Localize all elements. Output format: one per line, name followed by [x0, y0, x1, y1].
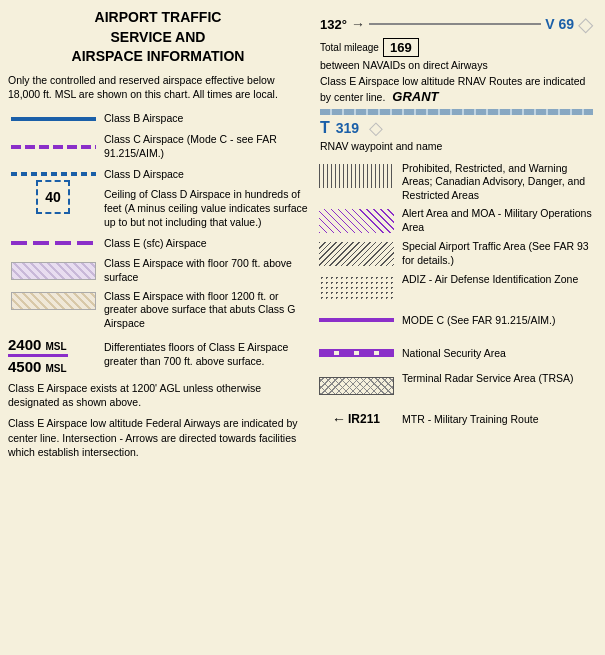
class-b-line: [11, 117, 96, 121]
bottom-text-1: Class E Airspace exists at 1200' AGL unl…: [8, 381, 308, 410]
right-panel: 132° → V 69 ◇ Total mileage 169 between …: [316, 8, 597, 647]
class-c-symbol: [8, 138, 98, 156]
class-b-desc: Class B Airspace: [104, 112, 308, 126]
msl-section: 2400 MSL 4500 MSL Differentiates floors …: [8, 336, 308, 375]
mtr-arrow-icon: ←: [332, 411, 346, 427]
class-e-sfc-symbol: [8, 234, 98, 252]
class-e-sfc-desc: Class E (sfc) Airspace: [104, 237, 308, 251]
special-item: Special Airport Traffic Area (See FAR 93…: [316, 240, 597, 268]
mtr-symbol: ← IR211: [316, 405, 396, 433]
natl-sec-line: [319, 349, 394, 357]
adiz-desc: ADIZ - Air Defense Identification Zone: [402, 273, 597, 287]
msl-desc: Differentiates floors of Class E Airspac…: [104, 341, 308, 368]
rnav-waypoint-label: RNAV waypoint and name: [320, 140, 593, 152]
class-d-ceiling-item: 40 Ceiling of Class D Airspace in hundre…: [8, 188, 308, 229]
class-d-ceiling-symbol: 40: [8, 188, 98, 206]
airways-arrow-icon: →: [351, 16, 365, 32]
class-e-700-item: Class E Airspace with floor 700 ft. abov…: [8, 257, 308, 284]
class-b-item: Class B Airspace: [8, 110, 308, 128]
natl-sec-desc: National Security Area: [402, 347, 597, 361]
rnav-number: 319: [336, 120, 359, 136]
mtr-id: IR211: [348, 412, 380, 426]
adiz-symbol: [316, 273, 396, 301]
airways-diamond-icon: ◇: [578, 12, 593, 36]
rnav-t-label: T: [320, 119, 330, 137]
trsa-pattern: [319, 377, 394, 395]
msl-label-bottom: MSL: [45, 363, 66, 374]
class-d-ceiling-desc: Ceiling of Class D Airspace in hundreds …: [104, 188, 308, 229]
class-e-1200-symbol: [8, 290, 98, 308]
rnav-waypoint-row: T 319 ◇: [320, 117, 593, 139]
mtr-desc: MTR - Military Training Route: [402, 413, 597, 427]
alert-desc: Alert Area and MOA - Military Operations…: [402, 207, 597, 234]
special-pattern: [319, 242, 394, 266]
modec-line: [319, 318, 394, 322]
grant-label: GRANT: [392, 89, 438, 104]
alert-item: Alert Area and MOA - Military Operations…: [316, 207, 597, 235]
airways-line: [369, 23, 541, 25]
class-e-1200-desc: Class E Airspace with floor 1200 ft. or …: [104, 290, 308, 331]
trsa-symbol: [316, 372, 396, 400]
natl-sec-item: National Security Area: [316, 339, 597, 367]
special-desc: Special Airport Traffic Area (See FAR 93…: [402, 240, 597, 267]
intro-text: Only the controlled and reserved airspac…: [8, 73, 308, 102]
bottom-text-2: Class E Airspace low altitude Federal Ai…: [8, 416, 308, 460]
modec-symbol: [316, 306, 396, 334]
class-c-desc: Class C Airspace (Mode C - see FAR 91.21…: [104, 133, 308, 160]
airways-v-label: V 69: [545, 16, 574, 32]
class-e-1200-pattern: [11, 292, 96, 310]
rnav-diamond-icon: ◇: [369, 117, 383, 139]
mtr-sym-container: ← IR211: [332, 411, 380, 427]
prohibited-symbol: [316, 162, 396, 190]
airways-section: 132° → V 69 ◇ Total mileage 169 between …: [316, 8, 597, 156]
msl-label-top: MSL: [45, 341, 66, 352]
class-e-700-desc: Class E Airspace with floor 700 ft. abov…: [104, 257, 308, 284]
modec-item: MODE C (See FAR 91.215/AIM.): [316, 306, 597, 334]
between-label: between NAVAIDs on direct Airways: [320, 59, 593, 71]
class-e-sfc-line: [11, 241, 96, 245]
special-symbol: [316, 240, 396, 268]
total-mileage-label: Total mileage: [320, 42, 379, 53]
trsa-item: Terminal Radar Service Area (TRSA): [316, 372, 597, 400]
class-b-symbol: [8, 110, 98, 128]
msl-4500: 4500: [8, 358, 41, 375]
class-e-1200-item: Class E Airspace with floor 1200 ft. or …: [8, 290, 308, 331]
class-c-item: Class C Airspace (Mode C - see FAR 91.21…: [8, 133, 308, 160]
left-panel: AIRPORT TRAFFIC SERVICE AND AIRSPACE INF…: [8, 8, 308, 647]
prohibited-pattern: [319, 164, 394, 188]
class-e-sfc-item: Class E (sfc) Airspace: [8, 234, 308, 252]
class-c-line: [11, 145, 96, 149]
prohibited-item: Prohibited, Restricted, and Warning Area…: [316, 162, 597, 203]
alert-pattern: [319, 209, 394, 233]
prohibited-desc: Prohibited, Restricted, and Warning Area…: [402, 162, 597, 203]
modec-desc: MODE C (See FAR 91.215/AIM.): [402, 314, 597, 328]
alert-symbol: [316, 207, 396, 235]
trsa-desc: Terminal Radar Service Area (TRSA): [402, 372, 597, 386]
page-title: AIRPORT TRAFFIC SERVICE AND AIRSPACE INF…: [8, 8, 308, 67]
class-d-box: 40: [36, 180, 70, 214]
adiz-item: ADIZ - Air Defense Identification Zone: [316, 273, 597, 301]
msl-line: [8, 354, 68, 357]
mileage-box: 169: [383, 38, 419, 57]
class-e-low-alt-text: Class E Airspace low altitude RNAV Route…: [320, 75, 593, 106]
mtr-item: ← IR211 MTR - Military Training Route: [316, 405, 597, 433]
class-d-line: [11, 172, 96, 176]
class-d-desc: Class D Airspace: [104, 168, 308, 182]
rnav-center-line: [320, 109, 593, 115]
class-e-700-pattern: [11, 262, 96, 280]
class-e-700-symbol: [8, 262, 98, 280]
msl-left: 2400 MSL 4500 MSL: [8, 336, 98, 375]
adiz-pattern: [319, 275, 394, 299]
airways-heading: 132°: [320, 17, 347, 32]
natl-sec-symbol: [316, 339, 396, 367]
msl-2400: 2400: [8, 336, 41, 353]
